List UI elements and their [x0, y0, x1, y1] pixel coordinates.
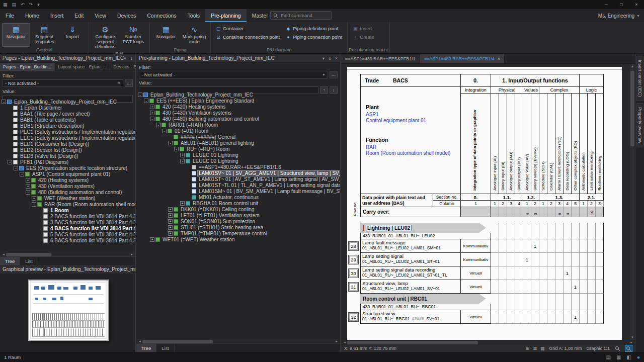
tree-expander[interactable]: -: [2, 100, 6, 104]
tree-item[interactable]: EEC1 (Safety instructions / Implementati…: [0, 135, 135, 141]
scrollbar-thumb[interactable]: [142, 340, 213, 343]
tree-expander[interactable]: -: [138, 93, 142, 97]
tree-item[interactable]: -RAR01 (=RAR) Room: [136, 122, 340, 128]
tab-list[interactable]: List: [20, 257, 38, 265]
tree-item[interactable]: -01 (=01) Room: [136, 128, 340, 134]
tree-item[interactable]: BAA1 (Title page / cover sheet): [0, 111, 135, 117]
tab-layout-space[interactable]: Layout space - Eplan_...: [55, 63, 110, 71]
ribbon-button-container[interactable]: ▢Container: [214, 25, 281, 32]
zoom-icon[interactable]: [614, 345, 621, 351]
ribbon-button-insert[interactable]: ▣Insert: [351, 25, 376, 32]
tree-item[interactable]: +430 (Ventilation systems): [0, 183, 135, 189]
ribbon-tab-view[interactable]: View: [89, 9, 112, 22]
status-icon[interactable]: ▦: [540, 346, 545, 351]
statusbar-icon[interactable]: ▤: [606, 354, 611, 360]
pin-icon[interactable]: ↧: [130, 56, 133, 61]
tree-item[interactable]: +SON01 (=SON01) Sun protection: [136, 218, 340, 224]
tab-pages[interactable]: Pages - Eplan_Buildin...: [0, 63, 55, 71]
filter-select[interactable]: - Not activated - ▼: [139, 71, 328, 78]
quick-access-icon[interactable]: ▤: [12, 2, 17, 7]
tree-item[interactable]: +LEUEC 01 Lightning: [136, 152, 340, 158]
document-viewport[interactable]: TradeBACS0.1. Input/Output functionsInte…: [341, 64, 635, 340]
tree-item[interactable]: -ABL01 (=ABL01) general lighting: [136, 140, 340, 146]
ribbon-button-create[interactable]: +Create: [351, 33, 376, 41]
section-header[interactable]: Room control unit | RBG01: [360, 294, 486, 304]
quick-access-icon[interactable]: ↷: [29, 2, 33, 7]
tree-item[interactable]: -Eplan_Building_Technology_Project_mm_IE…: [136, 92, 340, 98]
tree-expander[interactable]: -: [150, 117, 154, 121]
tree-item[interactable]: BED2 (Sensor list (Design)): [0, 147, 135, 153]
tree-expander[interactable]: -: [162, 129, 167, 133]
close-icon[interactable]: ×: [629, 0, 644, 9]
tree-expander[interactable]: +: [150, 111, 154, 115]
tree-item[interactable]: -EES (Organization specific location str…: [0, 165, 135, 171]
scroll-right-icon[interactable]: ▸: [129, 252, 134, 256]
tree-item[interactable]: LAM01SV~ 01 | SV_AGG_AMEV1 | Structured …: [136, 170, 340, 176]
tree-item[interactable]: 4 BACS function list VDI 3814 Part 4.3: [0, 225, 135, 231]
tree-expander[interactable]: +: [168, 207, 173, 212]
statusbar-icon[interactable]: ▦: [616, 354, 621, 360]
document-tab[interactable]: ==ASP1=480.RAR++EES&PFB1/4×: [420, 54, 505, 63]
tree-item[interactable]: -EES (++EES) | Eplan Engineering Standar…: [136, 98, 340, 104]
tab-list[interactable]: List: [156, 344, 175, 352]
ribbon-button-container-connection-point[interactable]: ⊡Container connection point: [214, 33, 281, 41]
ribbon-button-piping-connection-point[interactable]: ●Piping connection point: [284, 33, 344, 41]
tree-item[interactable]: -RAR (Room (Room automation shell model)…: [0, 201, 135, 207]
tree-expander[interactable]: -: [14, 166, 18, 170]
tree-expander[interactable]: +: [32, 196, 36, 201]
tree-item[interactable]: -RU~ (=RU~) Room: [136, 146, 340, 152]
tree-item[interactable]: -ASP1 (Control equipment plant 01): [0, 171, 135, 177]
statusbar-icon[interactable]: ◧: [627, 354, 631, 360]
tree-item[interactable]: LAM01SM~ 01 | BV_SM_AMEV1 | Lamp fault m…: [136, 188, 340, 194]
datapoint-cell[interactable]: Lamp fault message01_ABL01_RU~_LEU02_LAM…: [360, 239, 461, 253]
scrollbar-thumb[interactable]: [630, 71, 634, 146]
tree-item[interactable]: BED1 (Consumer list (Design)): [0, 141, 135, 147]
ribbon-tab-home[interactable]: Home: [20, 9, 45, 22]
tree-item[interactable]: +LFT01 (=LFT01) Ventilation system: [136, 212, 340, 218]
tree-item[interactable]: BED3 (Valve list (Design)): [0, 153, 135, 159]
tree-item[interactable]: -480 (=480) Building automation and cont…: [136, 116, 340, 122]
tree-item[interactable]: 2 BACS function list VDI 3814 Part 4.3: [0, 213, 135, 219]
filter-dialog-button[interactable]: …: [125, 79, 133, 87]
scrollbar-thumb[interactable]: [6, 253, 51, 256]
document-horizontal-scrollbar[interactable]: ◂ ▸: [341, 340, 635, 345]
tree-expander[interactable]: -: [156, 123, 160, 127]
filter-dialog-button[interactable]: …: [330, 71, 338, 78]
tab-tree[interactable]: Tree: [136, 344, 156, 352]
ribbon-tab-file[interactable]: File: [0, 9, 20, 22]
scroll-left-icon[interactable]: ◂: [342, 340, 347, 344]
ribbon-button-number-pct-loops[interactable]: №Number PCT loops: [119, 23, 147, 51]
ribbon-tab-edit[interactable]: Edit: [69, 9, 89, 22]
scroll-left-icon[interactable]: ◂: [137, 339, 142, 343]
tree-item[interactable]: +420 (Heating systems): [0, 177, 135, 183]
filter-select[interactable]: - Not activated - ▼: [3, 79, 123, 87]
tree-item[interactable]: -LEUEC 02 Lightning: [136, 158, 340, 164]
tree-item[interactable]: ##### (=#####) General: [136, 134, 340, 140]
ribbon-button-configure-segment-definitions[interactable]: ⚙Configure segment definitions: [91, 23, 119, 51]
tree-item[interactable]: +TMP01 (=TMP01) Temperature control: [136, 230, 340, 236]
tree-expander[interactable]: -: [168, 141, 173, 145]
quick-access-icon[interactable]: ▾: [37, 2, 40, 7]
datapoint-cell[interactable]: Lamp setting signal01_ABL01_RU~_LEU02_LA…: [360, 253, 461, 266]
maximize-icon[interactable]: □: [614, 0, 629, 9]
dock-tab-property-overview[interactable]: Property overview: [636, 103, 643, 147]
quick-access-icon[interactable]: ▦: [3, 2, 8, 7]
tree-item[interactable]: BDB1 (Structure description): [0, 123, 135, 129]
section-header[interactable]: Lightning | LEU02: [360, 223, 486, 233]
tree-expander[interactable]: -: [20, 172, 24, 176]
tree-item[interactable]: LAM01ST~ 01 | AV_ST_AMEV1 | Lamp setting…: [136, 176, 340, 182]
status-icon[interactable]: ⊞: [526, 346, 530, 351]
tree-expander[interactable]: -: [32, 202, 36, 207]
tree-item[interactable]: +STH01 (=STH01) Static heating area: [136, 224, 340, 230]
tree-expander[interactable]: +: [168, 231, 173, 236]
statusbar-icon[interactable]: ●: [637, 354, 640, 360]
tree-item[interactable]: LAM01ST~TL 01 | TL_AN_P_AMEV1 | Lamp set…: [136, 182, 340, 188]
ribbon-button-navigator[interactable]: ▦Navigator: [152, 23, 180, 47]
tree-expander[interactable]: +: [168, 213, 173, 218]
scroll-left-icon[interactable]: ◂: [1, 252, 6, 256]
vertical-scrollbar[interactable]: ▴ ▾: [630, 64, 635, 340]
scroll-right-icon[interactable]: ▸: [629, 340, 634, 344]
tree-item[interactable]: +WET (Weather station): [0, 195, 135, 201]
tree-item[interactable]: 3 BACS function list VDI 3814 Part 4.3: [0, 219, 135, 225]
tree-expander[interactable]: +: [26, 178, 30, 183]
